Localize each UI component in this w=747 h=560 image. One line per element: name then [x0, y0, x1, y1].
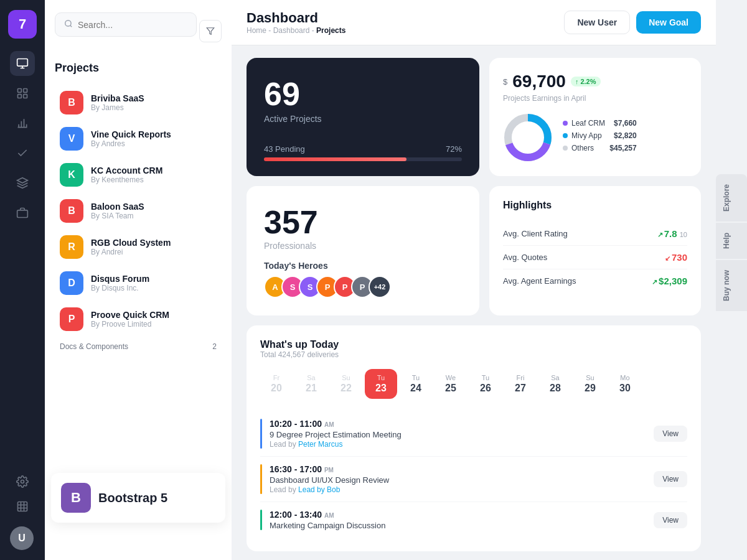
day-number: 20: [271, 383, 282, 394]
project-item[interactable]: B Baloon SaaS By SIA Team: [55, 193, 222, 229]
highlight-value: ↗$2,309: [652, 276, 687, 286]
calendar-day[interactable]: We 25: [435, 369, 467, 399]
search-input[interactable]: [78, 20, 187, 30]
day-name: Fr: [273, 374, 280, 381]
project-by: By Disqus Inc.: [91, 284, 217, 292]
header-left: Dashboard Home - Dashboard - Projects: [247, 10, 345, 35]
event-details: 16:30 - 17:00 PM Dashboard UI/UX Design …: [270, 464, 389, 494]
breadcrumb-dashboard[interactable]: Dashboard: [273, 26, 310, 35]
page-title: Dashboard: [247, 10, 345, 26]
svg-rect-2: [24, 89, 27, 93]
legend-value: $2,820: [614, 131, 637, 140]
heroes-label: Today's Heroes: [264, 261, 462, 271]
professionals-count: 357: [264, 203, 462, 241]
event-item: 16:30 - 17:00 PM Dashboard UI/UX Design …: [260, 457, 687, 502]
event-ampm: PM: [324, 467, 334, 474]
content-area: 69 Active Projects 43 Pending 72% $ 69,7…: [232, 45, 716, 560]
project-name: Briviba SaaS: [91, 93, 217, 103]
highlights-rows: Avg. Client Rating ↗7.8 10 Avg. Quotes ↙…: [503, 222, 687, 292]
project-item[interactable]: B Briviba SaaS By James: [55, 85, 222, 121]
event-title: 9 Degree Project Estimation Meeting: [270, 430, 402, 439]
search-icon: [64, 19, 73, 30]
help-button[interactable]: Help: [716, 223, 747, 259]
calendar-day[interactable]: Tu 23: [365, 369, 397, 399]
legend-value: $7,660: [614, 119, 637, 128]
day-name: Tu: [482, 374, 489, 381]
avatars-row: ASSPPP+42: [264, 276, 462, 298]
earnings-legend: Leaf CRM $7,660 Mivy App $2,820 Others $…: [563, 119, 637, 156]
event-view-button[interactable]: View: [654, 426, 687, 442]
docs-row[interactable]: Docs & Components 2: [55, 337, 222, 356]
pending-label-row: 43 Pending 72%: [264, 144, 462, 154]
project-logo: B: [60, 199, 83, 223]
docs-label: Docs & Components: [60, 342, 128, 351]
search-bar: [55, 12, 197, 37]
sidebar: Projects B Briviba SaaS By James V Vine …: [45, 0, 232, 560]
calendar-day[interactable]: Fri 27: [504, 369, 537, 399]
event-time: 12:00 - 13:40 AM: [270, 510, 385, 520]
event-person-link[interactable]: Peter Marcus: [298, 440, 342, 449]
filter-button[interactable]: [199, 20, 222, 42]
event-item: 10:20 - 11:00 AM 9 Degree Project Estima…: [260, 411, 687, 457]
highlight-row: Avg. Agent Earnings ↗$2,309: [503, 269, 687, 292]
event-details: 10:20 - 11:00 AM 9 Degree Project Estima…: [270, 419, 402, 449]
project-logo: K: [60, 163, 83, 187]
earnings-badge: ↑ 2.2%: [571, 77, 601, 86]
schedule-header: What's up Today Total 424,567 deliveries: [260, 339, 687, 359]
bootstrap-icon: B: [61, 483, 91, 513]
calendar-day[interactable]: Su 29: [574, 369, 606, 399]
project-info: Disqus Forum By Disqus Inc.: [91, 274, 217, 292]
highlight-value: ↗7.8 10: [657, 228, 687, 239]
calendar-day[interactable]: Su 22: [330, 369, 362, 399]
day-number: 28: [550, 383, 561, 394]
calendar-day[interactable]: Fr 20: [260, 369, 293, 399]
project-logo: D: [60, 271, 83, 295]
calendar-day[interactable]: Tu 24: [400, 369, 432, 399]
schedule-title: What's up Today: [260, 339, 687, 350]
header-actions: New User New Goal: [564, 11, 701, 34]
nav-icon-settings[interactable]: [10, 469, 35, 494]
card-earnings: $ 69,700 ↑ 2.2% Projects Earnings in Apr…: [489, 58, 701, 176]
day-number: 21: [306, 383, 317, 394]
events-list: 10:20 - 11:00 AM 9 Degree Project Estima…: [260, 411, 687, 538]
calendar-day[interactable]: Mo 30: [609, 369, 641, 399]
legend-item: Leaf CRM $7,660: [563, 119, 637, 128]
project-item[interactable]: R RGB Cloud System By Andrei: [55, 229, 222, 265]
event-view-button[interactable]: View: [654, 471, 687, 487]
calendar-day[interactable]: Sa 28: [539, 369, 571, 399]
nav-icon-monitor[interactable]: [10, 51, 35, 76]
nav-user-avatar[interactable]: U: [10, 526, 34, 550]
project-item[interactable]: P Proove Quick CRM By Proove Limited: [55, 301, 222, 337]
project-item[interactable]: V Vine Quick Reports By Andres: [55, 121, 222, 157]
event-time: 16:30 - 17:00 PM: [270, 464, 389, 474]
day-number: 30: [619, 383, 631, 394]
calendar-day[interactable]: Tu 26: [469, 369, 502, 399]
day-name: Tu: [377, 374, 385, 381]
donut-chart: [503, 113, 553, 162]
highlight-value: ↙730: [665, 252, 687, 263]
event-person-link[interactable]: Lead by Bob: [298, 485, 340, 494]
nav-icon-check[interactable]: [10, 141, 35, 166]
event-view-button[interactable]: View: [654, 512, 687, 528]
project-item[interactable]: D Disqus Forum By Disqus Inc.: [55, 265, 222, 301]
new-goal-button[interactable]: New Goal: [636, 11, 701, 34]
svg-rect-4: [24, 95, 27, 98]
nav-icon-table[interactable]: [10, 494, 35, 519]
calendar-day[interactable]: Sa 21: [295, 369, 327, 399]
day-number: 27: [515, 383, 526, 394]
nav-icon-briefcase[interactable]: [10, 200, 35, 225]
explore-button[interactable]: Explore: [716, 174, 747, 222]
nav-avatar[interactable]: 7: [8, 10, 37, 39]
buy-now-button[interactable]: Buy now: [716, 260, 747, 311]
new-user-button[interactable]: New User: [564, 11, 630, 34]
nav-icon-layers[interactable]: [10, 170, 35, 195]
progress-bar-fill: [264, 157, 406, 161]
svg-marker-5: [17, 178, 28, 183]
nav-icon-chart[interactable]: [10, 111, 35, 136]
nav-icon-grid[interactable]: [10, 81, 35, 106]
event-ampm: AM: [324, 421, 334, 428]
breadcrumb-home[interactable]: Home: [247, 26, 266, 35]
donut-area: Leaf CRM $7,660 Mivy App $2,820 Others $…: [503, 113, 687, 162]
project-item[interactable]: K KC Account CRM By Keenthemes: [55, 157, 222, 193]
project-name: Vine Quick Reports: [91, 129, 217, 139]
